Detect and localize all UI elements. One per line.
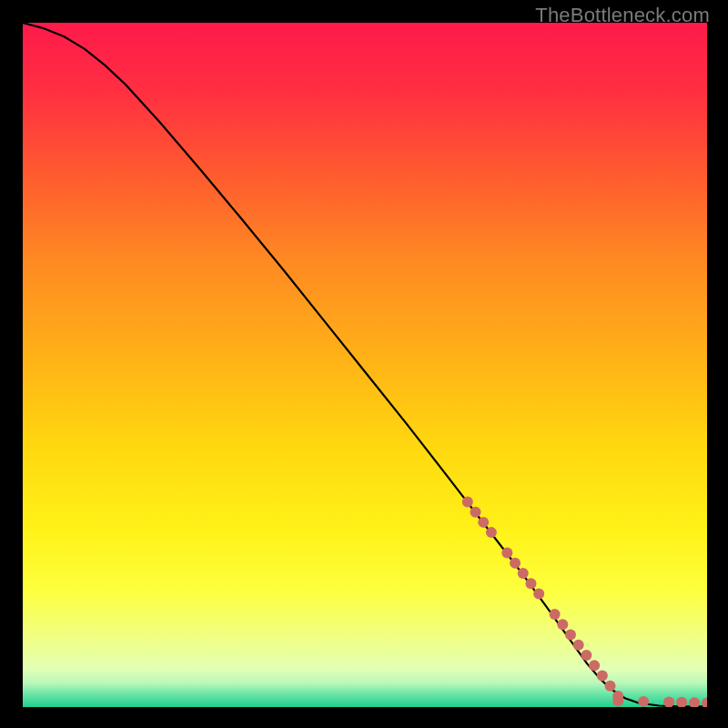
chart-svg <box>23 23 707 707</box>
overlay-dot <box>501 548 512 559</box>
overlay-dot <box>470 507 481 518</box>
overlay-dot <box>510 558 521 569</box>
overlay-dot <box>589 660 600 671</box>
overlay-dot <box>478 517 489 528</box>
overlay-dot <box>581 650 592 661</box>
overlay-dot <box>533 589 544 600</box>
chart-background <box>23 23 707 707</box>
overlay-dot <box>518 568 529 579</box>
overlay-dot <box>462 496 473 507</box>
overlay-dot <box>605 681 616 692</box>
overlay-dot <box>612 695 623 706</box>
overlay-dot <box>573 640 584 651</box>
overlay-dot <box>597 670 608 681</box>
overlay-dot <box>557 619 568 630</box>
overlay-dot <box>486 527 497 538</box>
chart-stage: TheBottleneck.com <box>0 0 728 728</box>
overlay-dot <box>565 630 576 641</box>
watermark-text: TheBottleneck.com <box>535 4 710 27</box>
overlay-dot <box>663 697 674 707</box>
overlay-dot <box>525 578 536 589</box>
overlay-dot <box>638 696 649 707</box>
overlay-dot <box>550 609 561 620</box>
chart-plot-area <box>23 23 707 707</box>
